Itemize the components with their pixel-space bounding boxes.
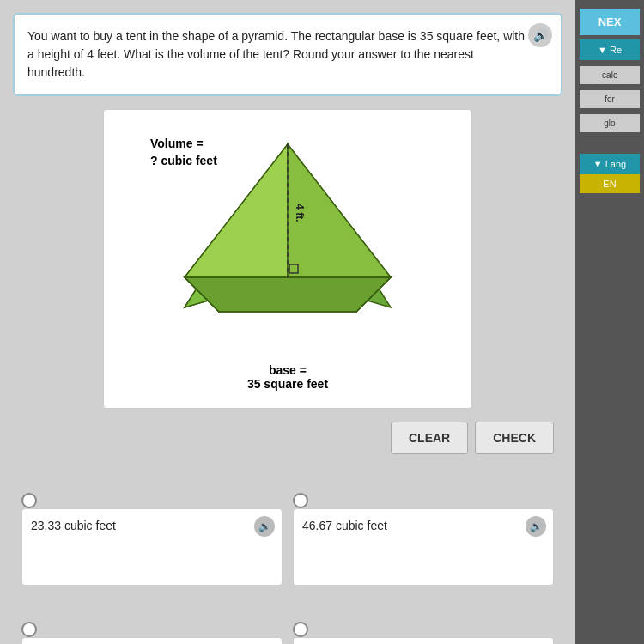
speaker-icon-a: 🔊 [258, 520, 271, 532]
answer-b-row [293, 493, 554, 508]
sidebar-item-glossary[interactable]: glo [580, 114, 640, 132]
sidebar-section-lang: Lang [580, 154, 640, 174]
pyramid-container: Volume = ? cubic feet [133, 127, 442, 359]
answer-card-a-box[interactable]: 🔊 23.33 cubic feet [21, 508, 283, 586]
check-button[interactable]: CHECK [475, 422, 554, 454]
base-label: base = 35 square feet [247, 363, 328, 391]
sidebar-lang-en[interactable]: EN [580, 174, 640, 193]
svg-marker-5 [185, 277, 391, 312]
base-label-text: base = [269, 363, 307, 377]
answer-card-c: 🔊 93.33 cubic feet [21, 596, 283, 644]
sidebar-item-formula[interactable]: for [580, 90, 640, 108]
answer-b-text: 46.67 cubic feet [302, 517, 387, 532]
answer-radio-a[interactable] [21, 493, 37, 508]
svg-text:4 ft.: 4 ft. [294, 204, 306, 222]
answer-card-b-box[interactable]: 🔊 46.67 cubic feet [293, 508, 554, 586]
question-text: You want to buy a tent in the shape of a… [27, 27, 526, 82]
speaker-icon-b: 🔊 [530, 520, 543, 532]
diagram-box: Volume = ? cubic feet [103, 109, 472, 409]
main-content: You want to buy a tent in the shape of a… [0, 0, 575, 644]
volume-line2: ? cubic feet [150, 154, 217, 167]
volume-line1: Volume = [150, 137, 204, 150]
sidebar-item-calc[interactable]: calc [580, 66, 640, 84]
speaker-icon: 🔊 [533, 28, 548, 42]
answer-card-a: 🔊 23.33 cubic feet [21, 467, 283, 586]
answer-d-row [293, 622, 554, 637]
clear-button[interactable]: CLEAR [391, 422, 468, 454]
answer-c-row [21, 622, 283, 637]
answer-a-text: 23.33 cubic feet [31, 517, 116, 532]
answers-grid: 🔊 23.33 cubic feet 🔊 46.67 cubic feet [13, 467, 562, 644]
answer-radio-b[interactable] [293, 493, 308, 508]
volume-label: Volume = ? cubic feet [150, 136, 217, 169]
answer-card-c-box[interactable]: 🔊 93.33 cubic feet [21, 637, 283, 644]
answer-card-d-box[interactable]: 🔊 140 cubic feet [293, 637, 554, 644]
sidebar-section-resources[interactable]: Re [580, 39, 640, 60]
answer-radio-d[interactable] [293, 622, 308, 637]
answer-card-b: 🔊 46.67 cubic feet [293, 467, 554, 586]
answer-b-audio[interactable]: 🔊 [526, 516, 546, 537]
answer-card-d: 🔊 140 cubic feet [293, 596, 554, 644]
question-box: You want to buy a tent in the shape of a… [13, 13, 562, 96]
action-row: CLEAR CHECK [13, 422, 562, 454]
base-value-text: 35 square feet [247, 377, 328, 391]
question-audio-button[interactable]: 🔊 [528, 23, 552, 47]
next-button[interactable]: NEX [580, 9, 640, 35]
answer-radio-c[interactable] [21, 622, 37, 637]
sidebar: NEX Re calc for glo Lang EN [575, 0, 644, 644]
answer-a-row [21, 493, 283, 508]
answer-a-audio[interactable]: 🔊 [254, 516, 275, 537]
